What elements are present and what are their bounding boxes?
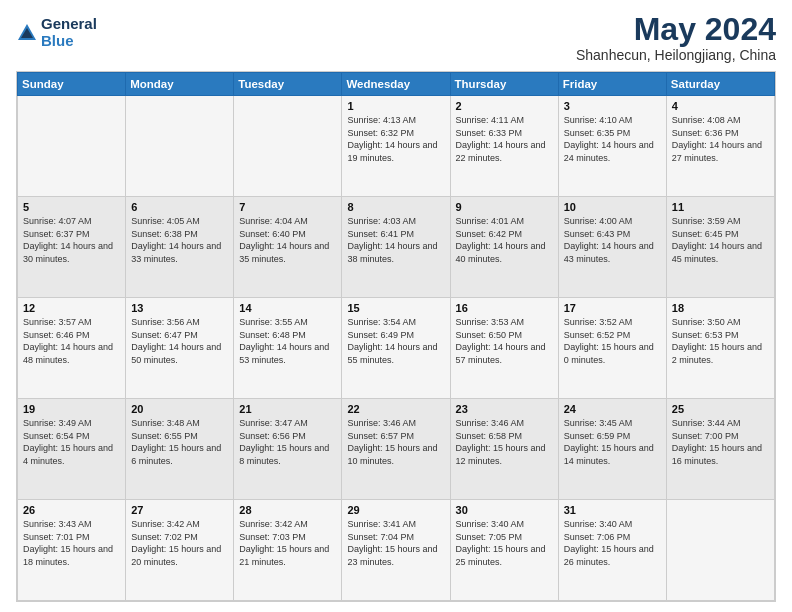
day-number: 30 — [456, 504, 553, 516]
day-info: Sunrise: 3:50 AM Sunset: 6:53 PM Dayligh… — [672, 316, 769, 366]
calendar-cell: 22Sunrise: 3:46 AM Sunset: 6:57 PM Dayli… — [342, 399, 450, 500]
calendar-cell: 31Sunrise: 3:40 AM Sunset: 7:06 PM Dayli… — [558, 500, 666, 601]
calendar-cell: 3Sunrise: 4:10 AM Sunset: 6:35 PM Daylig… — [558, 96, 666, 197]
day-info: Sunrise: 3:44 AM Sunset: 7:00 PM Dayligh… — [672, 417, 769, 467]
calendar-cell: 17Sunrise: 3:52 AM Sunset: 6:52 PM Dayli… — [558, 298, 666, 399]
day-number: 2 — [456, 100, 553, 112]
day-number: 17 — [564, 302, 661, 314]
day-info: Sunrise: 3:42 AM Sunset: 7:03 PM Dayligh… — [239, 518, 336, 568]
day-number: 8 — [347, 201, 444, 213]
week-row-3: 12Sunrise: 3:57 AM Sunset: 6:46 PM Dayli… — [18, 298, 775, 399]
page: General Blue May 2024 Shanhecun, Heilong… — [0, 0, 792, 612]
logo-blue-text: Blue — [41, 33, 97, 50]
day-number: 21 — [239, 403, 336, 415]
week-row-2: 5Sunrise: 4:07 AM Sunset: 6:37 PM Daylig… — [18, 197, 775, 298]
day-number: 24 — [564, 403, 661, 415]
calendar-cell: 14Sunrise: 3:55 AM Sunset: 6:48 PM Dayli… — [234, 298, 342, 399]
day-info: Sunrise: 4:01 AM Sunset: 6:42 PM Dayligh… — [456, 215, 553, 265]
calendar-cell: 18Sunrise: 3:50 AM Sunset: 6:53 PM Dayli… — [666, 298, 774, 399]
calendar-cell: 30Sunrise: 3:40 AM Sunset: 7:05 PM Dayli… — [450, 500, 558, 601]
logo-icon — [16, 22, 38, 44]
header-row: SundayMondayTuesdayWednesdayThursdayFrid… — [18, 73, 775, 96]
day-info: Sunrise: 4:13 AM Sunset: 6:32 PM Dayligh… — [347, 114, 444, 164]
day-info: Sunrise: 4:11 AM Sunset: 6:33 PM Dayligh… — [456, 114, 553, 164]
calendar-cell: 25Sunrise: 3:44 AM Sunset: 7:00 PM Dayli… — [666, 399, 774, 500]
day-number: 15 — [347, 302, 444, 314]
day-number: 14 — [239, 302, 336, 314]
day-info: Sunrise: 3:59 AM Sunset: 6:45 PM Dayligh… — [672, 215, 769, 265]
day-number: 16 — [456, 302, 553, 314]
day-info: Sunrise: 4:04 AM Sunset: 6:40 PM Dayligh… — [239, 215, 336, 265]
day-number: 13 — [131, 302, 228, 314]
day-info: Sunrise: 3:45 AM Sunset: 6:59 PM Dayligh… — [564, 417, 661, 467]
calendar-cell: 20Sunrise: 3:48 AM Sunset: 6:55 PM Dayli… — [126, 399, 234, 500]
calendar-cell: 8Sunrise: 4:03 AM Sunset: 6:41 PM Daylig… — [342, 197, 450, 298]
header-day-monday: Monday — [126, 73, 234, 96]
calendar-cell: 7Sunrise: 4:04 AM Sunset: 6:40 PM Daylig… — [234, 197, 342, 298]
day-info: Sunrise: 3:55 AM Sunset: 6:48 PM Dayligh… — [239, 316, 336, 366]
header-day-sunday: Sunday — [18, 73, 126, 96]
calendar-cell: 2Sunrise: 4:11 AM Sunset: 6:33 PM Daylig… — [450, 96, 558, 197]
calendar-cell: 6Sunrise: 4:05 AM Sunset: 6:38 PM Daylig… — [126, 197, 234, 298]
calendar-cell: 29Sunrise: 3:41 AM Sunset: 7:04 PM Dayli… — [342, 500, 450, 601]
week-row-4: 19Sunrise: 3:49 AM Sunset: 6:54 PM Dayli… — [18, 399, 775, 500]
calendar-cell: 11Sunrise: 3:59 AM Sunset: 6:45 PM Dayli… — [666, 197, 774, 298]
day-number: 27 — [131, 504, 228, 516]
header-day-saturday: Saturday — [666, 73, 774, 96]
calendar-cell — [234, 96, 342, 197]
day-info: Sunrise: 4:10 AM Sunset: 6:35 PM Dayligh… — [564, 114, 661, 164]
title-section: May 2024 Shanhecun, Heilongjiang, China — [576, 12, 776, 63]
calendar-cell: 27Sunrise: 3:42 AM Sunset: 7:02 PM Dayli… — [126, 500, 234, 601]
day-number: 29 — [347, 504, 444, 516]
header-day-tuesday: Tuesday — [234, 73, 342, 96]
calendar-cell: 10Sunrise: 4:00 AM Sunset: 6:43 PM Dayli… — [558, 197, 666, 298]
calendar-cell: 16Sunrise: 3:53 AM Sunset: 6:50 PM Dayli… — [450, 298, 558, 399]
day-info: Sunrise: 3:49 AM Sunset: 6:54 PM Dayligh… — [23, 417, 120, 467]
header-day-friday: Friday — [558, 73, 666, 96]
day-info: Sunrise: 3:43 AM Sunset: 7:01 PM Dayligh… — [23, 518, 120, 568]
calendar-cell: 15Sunrise: 3:54 AM Sunset: 6:49 PM Dayli… — [342, 298, 450, 399]
day-number: 28 — [239, 504, 336, 516]
day-number: 7 — [239, 201, 336, 213]
month-title: May 2024 — [576, 12, 776, 47]
day-number: 12 — [23, 302, 120, 314]
calendar-cell — [126, 96, 234, 197]
day-number: 25 — [672, 403, 769, 415]
day-info: Sunrise: 4:08 AM Sunset: 6:36 PM Dayligh… — [672, 114, 769, 164]
day-number: 3 — [564, 100, 661, 112]
day-info: Sunrise: 4:07 AM Sunset: 6:37 PM Dayligh… — [23, 215, 120, 265]
week-row-1: 1Sunrise: 4:13 AM Sunset: 6:32 PM Daylig… — [18, 96, 775, 197]
day-info: Sunrise: 3:40 AM Sunset: 7:06 PM Dayligh… — [564, 518, 661, 568]
day-info: Sunrise: 3:41 AM Sunset: 7:04 PM Dayligh… — [347, 518, 444, 568]
day-info: Sunrise: 3:52 AM Sunset: 6:52 PM Dayligh… — [564, 316, 661, 366]
day-number: 18 — [672, 302, 769, 314]
day-number: 10 — [564, 201, 661, 213]
day-number: 19 — [23, 403, 120, 415]
day-info: Sunrise: 3:48 AM Sunset: 6:55 PM Dayligh… — [131, 417, 228, 467]
calendar-cell — [666, 500, 774, 601]
logo: General Blue — [16, 16, 97, 49]
header: General Blue May 2024 Shanhecun, Heilong… — [16, 12, 776, 63]
calendar: SundayMondayTuesdayWednesdayThursdayFrid… — [16, 71, 776, 602]
day-info: Sunrise: 3:46 AM Sunset: 6:57 PM Dayligh… — [347, 417, 444, 467]
calendar-header: SundayMondayTuesdayWednesdayThursdayFrid… — [18, 73, 775, 96]
calendar-cell: 9Sunrise: 4:01 AM Sunset: 6:42 PM Daylig… — [450, 197, 558, 298]
header-day-thursday: Thursday — [450, 73, 558, 96]
calendar-cell — [18, 96, 126, 197]
day-number: 20 — [131, 403, 228, 415]
location: Shanhecun, Heilongjiang, China — [576, 47, 776, 63]
calendar-cell: 5Sunrise: 4:07 AM Sunset: 6:37 PM Daylig… — [18, 197, 126, 298]
day-info: Sunrise: 3:46 AM Sunset: 6:58 PM Dayligh… — [456, 417, 553, 467]
calendar-cell: 28Sunrise: 3:42 AM Sunset: 7:03 PM Dayli… — [234, 500, 342, 601]
day-info: Sunrise: 4:05 AM Sunset: 6:38 PM Dayligh… — [131, 215, 228, 265]
calendar-cell: 12Sunrise: 3:57 AM Sunset: 6:46 PM Dayli… — [18, 298, 126, 399]
day-number: 31 — [564, 504, 661, 516]
calendar-cell: 21Sunrise: 3:47 AM Sunset: 6:56 PM Dayli… — [234, 399, 342, 500]
calendar-cell: 19Sunrise: 3:49 AM Sunset: 6:54 PM Dayli… — [18, 399, 126, 500]
calendar-cell: 13Sunrise: 3:56 AM Sunset: 6:47 PM Dayli… — [126, 298, 234, 399]
calendar-cell: 26Sunrise: 3:43 AM Sunset: 7:01 PM Dayli… — [18, 500, 126, 601]
day-info: Sunrise: 3:54 AM Sunset: 6:49 PM Dayligh… — [347, 316, 444, 366]
day-info: Sunrise: 4:00 AM Sunset: 6:43 PM Dayligh… — [564, 215, 661, 265]
day-info: Sunrise: 3:53 AM Sunset: 6:50 PM Dayligh… — [456, 316, 553, 366]
day-number: 5 — [23, 201, 120, 213]
